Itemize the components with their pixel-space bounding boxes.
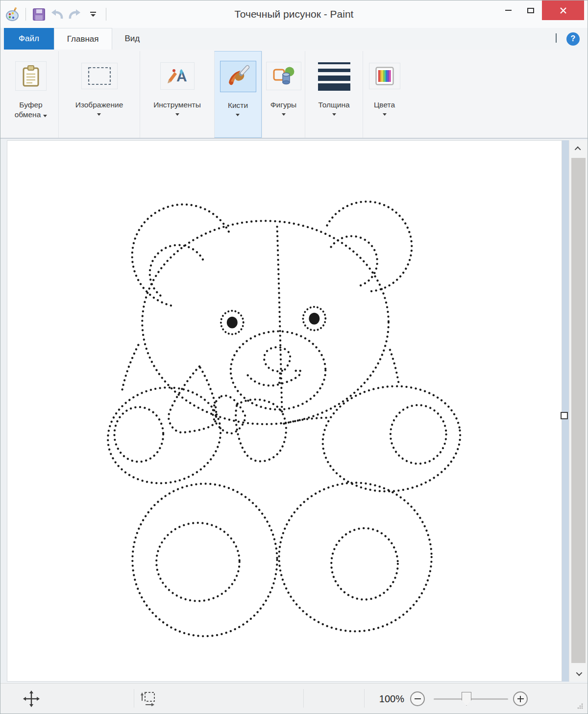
bear-left-foot-pad xyxy=(156,523,240,601)
tools-icon: A xyxy=(167,66,188,86)
vertical-scrollbar[interactable] xyxy=(569,140,588,682)
group-clipboard: Буфер обмена xyxy=(3,51,58,138)
help-button[interactable]: ? xyxy=(566,32,580,46)
zoom-out-icon xyxy=(415,698,421,700)
group-colors: Цвета xyxy=(363,51,406,138)
group-label: Изображение xyxy=(75,101,123,109)
maximize-icon xyxy=(527,8,534,13)
group-label: Инструменты xyxy=(153,101,201,109)
bear-mouth xyxy=(248,370,301,385)
tools-button[interactable]: A xyxy=(160,62,195,90)
colors-button[interactable] xyxy=(369,63,400,89)
close-icon xyxy=(560,7,567,14)
drawing-canvas[interactable] xyxy=(7,140,562,682)
scroll-up-button[interactable] xyxy=(569,140,588,157)
minimize-ribbon-button[interactable] xyxy=(556,34,557,43)
chevron-up-icon xyxy=(556,33,557,43)
paint-logo-icon xyxy=(5,7,20,22)
canvas-area xyxy=(0,139,588,683)
save-icon xyxy=(32,8,46,21)
group-label: Фигуры xyxy=(270,101,296,109)
undo-button[interactable] xyxy=(49,6,65,23)
bear-right-pupil xyxy=(309,313,319,325)
bear-right-ear-outer xyxy=(325,202,412,291)
group-label: Буфер xyxy=(19,101,42,109)
bear-left-shoulder-line xyxy=(122,345,138,390)
bear-drawing xyxy=(7,141,562,681)
close-button[interactable] xyxy=(542,0,584,20)
bear-right-shoulder-line xyxy=(390,350,399,384)
customize-toolbar-button[interactable] xyxy=(85,6,101,23)
maximize-button[interactable] xyxy=(519,0,542,20)
bear-left-paw xyxy=(99,377,230,493)
bear-left-pupil xyxy=(227,317,238,329)
bear-right-foot xyxy=(279,483,432,631)
group-shapes: Фигуры xyxy=(262,51,305,138)
brushes-button[interactable] xyxy=(220,61,256,92)
scroll-down-button[interactable] xyxy=(569,665,588,682)
thickness-button[interactable] xyxy=(317,55,351,97)
bear-right-foot-pad xyxy=(331,528,398,599)
scrollbar-thumb[interactable] xyxy=(571,158,586,663)
redo-icon xyxy=(68,8,82,21)
minimize-icon xyxy=(505,10,512,11)
tools-dropdown[interactable]: Инструменты xyxy=(153,100,201,116)
undo-icon xyxy=(49,8,64,21)
selection-icon xyxy=(88,67,111,85)
canvas-surround xyxy=(562,140,569,682)
cursor-position-icon xyxy=(23,690,40,707)
brushes-dropdown[interactable]: Кисти xyxy=(228,101,248,116)
shapes-icon xyxy=(272,66,295,86)
minimize-button[interactable] xyxy=(497,0,519,20)
tab-view[interactable]: Вид xyxy=(112,28,153,50)
resize-grip-icon[interactable] xyxy=(576,702,584,710)
customize-toolbar-icon xyxy=(90,11,97,17)
tab-file[interactable]: Файл xyxy=(4,28,54,50)
dropdown-caret-icon xyxy=(97,113,101,116)
selection-size-icon xyxy=(141,691,156,706)
clipboard-button[interactable] xyxy=(15,61,47,91)
group-tools: A Инструменты xyxy=(140,51,214,138)
clipboard-dropdown[interactable]: Буфер обмена xyxy=(15,100,48,120)
ribbon-tabs: Файл Главная Вид ? xyxy=(0,28,588,50)
bear-right-paw-pad xyxy=(391,405,446,464)
bear-left-paw-pad xyxy=(114,407,163,462)
bear-left-ear-outer xyxy=(132,204,229,306)
dropdown-caret-icon xyxy=(282,113,286,116)
scroll-down-icon xyxy=(576,669,583,676)
brush-icon xyxy=(226,65,250,88)
color-palette-icon xyxy=(375,67,394,85)
zoom-slider-thumb[interactable] xyxy=(462,692,471,706)
statusbar-separator xyxy=(364,689,365,708)
dropdown-caret-icon xyxy=(332,113,336,116)
group-label: Толщина xyxy=(318,101,349,109)
zoom-out-button[interactable] xyxy=(410,691,425,706)
group-label: обмена xyxy=(15,110,41,119)
tab-home[interactable]: Главная xyxy=(54,28,112,50)
paint-logo-icon[interactable] xyxy=(4,6,21,23)
tab-controls: ? xyxy=(556,28,580,50)
statusbar-separator xyxy=(303,689,304,708)
bear-muzzle xyxy=(231,332,325,409)
group-label: Цвета xyxy=(374,101,395,109)
status-bar: 100% xyxy=(0,683,588,714)
colors-dropdown[interactable]: Цвета xyxy=(374,100,395,116)
dropdown-caret-icon xyxy=(43,115,47,117)
bear-bow-knot xyxy=(213,396,245,434)
redo-button[interactable] xyxy=(67,6,83,23)
zoom-in-button[interactable] xyxy=(513,691,528,706)
scroll-up-icon xyxy=(575,146,581,153)
bear-bow-right-loop xyxy=(236,400,286,461)
bear-right-ear-inner xyxy=(330,236,377,285)
image-button[interactable] xyxy=(81,63,118,89)
save-button[interactable] xyxy=(30,6,47,23)
bear-nose xyxy=(264,347,290,371)
canvas-resize-handle[interactable] xyxy=(561,412,568,419)
thickness-dropdown[interactable]: Толщина xyxy=(318,100,349,116)
shapes-button[interactable] xyxy=(266,62,301,90)
toolbar-separator xyxy=(106,8,106,21)
image-dropdown[interactable]: Изображение xyxy=(75,100,123,116)
shapes-dropdown[interactable]: Фигуры xyxy=(270,100,296,116)
window-controls xyxy=(497,0,584,20)
bear-bow-left-loop xyxy=(169,366,216,433)
